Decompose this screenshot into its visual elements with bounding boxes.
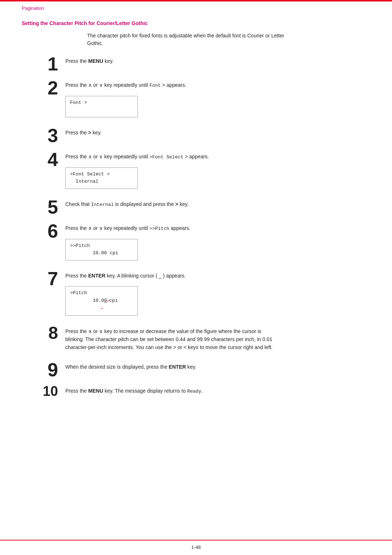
- main-content: Setting the Character Pitch for Courier/…: [0, 13, 392, 425]
- step-1: 1 Press the MENU key.: [22, 54, 370, 73]
- step-6-content: Press the ∧ or ∨ key repeatedly until >>…: [65, 222, 290, 264]
- step-9: 9 When the desired size is displayed, pr…: [22, 360, 370, 379]
- step-7-cursor-arrow: ↩: [101, 307, 103, 311]
- step-number-3: 3: [22, 126, 58, 145]
- section-title: Setting the Character Pitch for Courier/…: [22, 20, 370, 26]
- step-2: 2 Press the ∧ or ∨ key repeatedly until …: [22, 78, 370, 121]
- step-10-bold: MENU: [88, 388, 103, 394]
- step-7-cursor-symbol: ↵: [107, 298, 109, 303]
- step-3: 3 Press the > key.: [22, 126, 370, 145]
- step-10-content: Press the MENU key. The message display …: [65, 384, 290, 399]
- step-4: 4 Press the ∧ or ∨ key repeatedly until …: [22, 150, 370, 193]
- step-9-bold: ENTER: [169, 364, 186, 370]
- step-1-content: Press the MENU key.: [65, 54, 290, 69]
- step-7-content: Press the ENTER key. A blinking cursor (…: [65, 269, 290, 319]
- step-7: 7 Press the ENTER key. A blinking cursor…: [22, 269, 370, 319]
- step-5-code: Internal: [91, 202, 114, 207]
- step-number-1: 1: [22, 54, 58, 73]
- step-number-10: 10: [22, 384, 58, 398]
- step-number-9: 9: [22, 360, 58, 379]
- step-6-box: >>Pitch 10.00 cpi: [65, 239, 138, 261]
- step-5-bold: >: [175, 201, 178, 207]
- step-number-6: 6: [22, 222, 58, 240]
- step-number-5: 5: [22, 198, 58, 216]
- step-4-box: >Font Select > Internal: [65, 167, 138, 189]
- step-2-content: Press the ∧ or ∨ key repeatedly until Fo…: [65, 78, 290, 121]
- step-5: 5 Check that Internal is displayed and p…: [22, 198, 370, 216]
- bottom-border: [0, 540, 392, 540]
- step-7-box: >Pitch 10.00↵cpi ↩: [65, 286, 138, 315]
- step-7-box-line2: 10.00↵cpi ↩: [70, 297, 133, 312]
- step-2-box: Font >: [65, 96, 138, 118]
- step-7-box-line1: >Pitch: [70, 289, 133, 297]
- step-6-box-line1: >>Pitch: [70, 242, 133, 250]
- step-5-content: Check that Internal is displayed and pre…: [65, 198, 290, 212]
- step-1-bold: MENU: [88, 58, 103, 64]
- step-4-code: >Font Select: [150, 154, 184, 160]
- step-3-content: Press the > key.: [65, 126, 290, 140]
- intro-text: The character pitch for fixed fonts is a…: [87, 32, 298, 47]
- step-4-box-line1: >Font Select >: [70, 171, 133, 178]
- step-7-bold: ENTER: [88, 273, 105, 279]
- step-number-8: 8: [22, 324, 58, 342]
- step-3-bold: >: [88, 130, 91, 135]
- pagination-link[interactable]: Pagination: [22, 5, 44, 11]
- step-number-7: 7: [22, 269, 58, 288]
- step-number-2: 2: [22, 78, 58, 97]
- step-2-box-line1: Font >: [70, 99, 133, 107]
- page-number: 1-48: [191, 544, 201, 550]
- step-8: 8 Press the ∧ or ∨ key to increase or de…: [22, 324, 370, 355]
- step-number-4: 4: [22, 150, 58, 169]
- step-6: 6 Press the ∧ or ∨ key repeatedly until …: [22, 222, 370, 264]
- step-10: 10 Press the MENU key. The message displ…: [22, 384, 370, 399]
- page-header: Pagination: [0, 1, 392, 13]
- step-4-box-line2: Internal: [70, 178, 133, 186]
- step-4-content: Press the ∧ or ∨ key repeatedly until >F…: [65, 150, 290, 193]
- step-2-box-line2: [70, 106, 133, 114]
- step-2-code: Font: [150, 83, 161, 88]
- step-6-box-line2: 10.00 cpi: [70, 250, 133, 257]
- step-10-code: Ready: [187, 389, 201, 394]
- step-8-content: Press the ∧ or ∨ key to increase or decr…: [65, 324, 276, 355]
- step-9-content: When the desired size is displayed, pres…: [65, 360, 290, 374]
- step-6-code: >>Pitch: [150, 226, 170, 231]
